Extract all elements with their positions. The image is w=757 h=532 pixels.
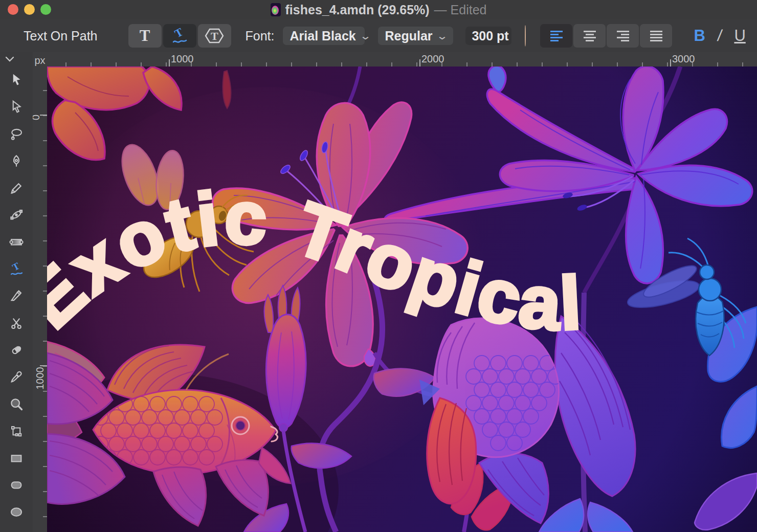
context-label: Text On Path	[24, 29, 98, 43]
h-ruler-label: 2000	[421, 53, 444, 65]
fill-gradient-tool[interactable]	[0, 229, 33, 256]
align-left-button[interactable]	[540, 24, 572, 48]
text-type-group: T T T	[128, 24, 231, 48]
justify-button[interactable]	[640, 24, 672, 48]
window-title-area: fishes_4.amdn (29.65%) — Edited	[0, 0, 757, 19]
collapse-tools-chevron[interactable]	[0, 52, 33, 66]
frame-text-button[interactable]: T	[198, 24, 231, 48]
v-ruler-label: 1000	[34, 367, 46, 390]
chevron-down-icon: ⌄	[436, 30, 448, 42]
move-tool[interactable]	[0, 66, 33, 94]
title-bar: fishes_4.amdn (29.65%) — Edited	[0, 0, 757, 19]
ruler-unit-badge[interactable]: px	[33, 52, 48, 67]
pencil-tool[interactable]	[0, 174, 33, 202]
align-right-button[interactable]	[607, 24, 639, 48]
rectangle-tool[interactable]	[0, 445, 33, 472]
tool-strip: T	[0, 52, 33, 532]
ellipse-tool[interactable]	[0, 499, 33, 526]
align-center-button[interactable]	[573, 24, 606, 48]
align-right-icon	[615, 29, 631, 43]
alignment-group	[540, 24, 672, 48]
bold-button[interactable]: B	[694, 27, 705, 45]
svg-text:T: T	[10, 260, 21, 273]
h-ruler-major-tick	[670, 59, 671, 66]
corner-tool[interactable]	[0, 202, 33, 229]
document-canvas[interactable]: Exotic Tropical	[47, 66, 757, 532]
font-size-value: 300 pt	[472, 29, 508, 43]
lasso-tool[interactable]	[0, 121, 33, 148]
text-color-swatch[interactable]	[525, 25, 526, 47]
vertical-ruler[interactable]: 0 1000	[33, 66, 47, 532]
edited-badge: — Edited	[434, 3, 487, 17]
frame-text-icon: T	[203, 26, 226, 46]
scissors-tool[interactable]	[0, 309, 33, 337]
artistic-text-icon: T	[140, 27, 150, 45]
artwork: Exotic Tropical	[47, 66, 757, 532]
chevron-down-icon: ⌄	[359, 30, 371, 42]
h-ruler-major-tick	[169, 59, 170, 66]
h-ruler-major-tick	[419, 59, 420, 66]
align-center-icon	[582, 29, 597, 43]
svg-text:T: T	[172, 26, 185, 40]
underline-button[interactable]: U	[734, 27, 745, 45]
horizontal-ruler[interactable]: 1000 2000 3000	[47, 52, 757, 67]
font-style-value: Regular	[385, 29, 433, 43]
text-on-path-tool[interactable]: T	[0, 256, 33, 283]
italic-button[interactable]: /	[716, 27, 723, 45]
document-icon	[271, 3, 281, 16]
font-family-dropdown[interactable]: Arial Black ⌄	[283, 27, 365, 45]
font-label: Font:	[246, 29, 275, 43]
context-toolbar: Text On Path T T T Font: Arial Black	[0, 19, 757, 53]
eraser-tool[interactable]	[0, 337, 33, 364]
h-ruler-label: 3000	[672, 53, 695, 65]
text-on-path-button[interactable]: T	[163, 24, 196, 48]
text-on-path-icon: T	[169, 26, 190, 46]
align-left-icon	[549, 29, 564, 43]
artistic-text-button[interactable]: T	[128, 24, 162, 48]
knife-tool[interactable]	[0, 282, 33, 309]
window-title: fishes_4.amdn (29.65%)	[285, 3, 430, 17]
justify-icon	[649, 29, 664, 43]
crop-tool[interactable]	[0, 417, 33, 445]
node-tool[interactable]	[0, 94, 33, 121]
v-ruler-major-tick	[40, 365, 47, 366]
app-window: fishes_4.amdn (29.65%) — Edited Text On …	[0, 0, 757, 532]
v-ruler-major-tick	[40, 115, 47, 116]
rounded-rectangle-tool[interactable]	[0, 472, 33, 499]
eyedropper-tool[interactable]	[0, 364, 33, 391]
svg-text:T: T	[211, 30, 218, 42]
h-ruler-label: 1000	[171, 53, 194, 65]
font-size-field[interactable]: 300 pt	[465, 27, 511, 45]
font-family-value: Arial Black	[290, 29, 356, 43]
font-style-dropdown[interactable]: Regular ⌄	[378, 27, 454, 45]
zoom-tool[interactable]	[0, 391, 33, 418]
pen-tool[interactable]	[0, 147, 33, 174]
